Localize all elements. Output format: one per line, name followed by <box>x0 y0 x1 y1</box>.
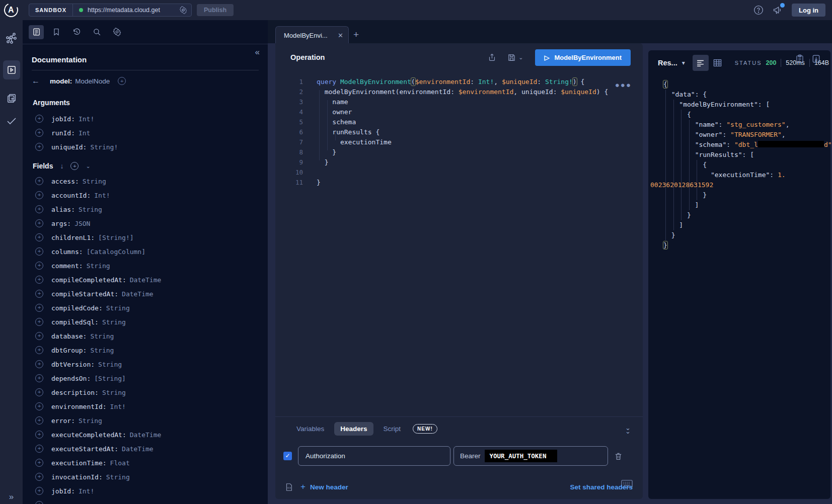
collapse-bottom-panel-icon[interactable]: ⌄⌄ <box>625 426 631 433</box>
download-response-icon[interactable] <box>812 54 820 63</box>
field-name[interactable]: compiledSql: <box>51 318 99 326</box>
response-json[interactable]: { "data": { "modelByEnvironment": [ { "n… <box>648 78 830 431</box>
field-type[interactable]: DateTime <box>122 445 154 453</box>
field-type[interactable]: String <box>102 389 126 396</box>
add-to-query-icon[interactable]: + <box>35 191 43 199</box>
field-name[interactable]: comment: <box>51 262 83 270</box>
field-type[interactable]: String! <box>90 143 118 151</box>
field-type[interactable]: String <box>98 361 122 368</box>
header-key-input[interactable]: Authorization <box>298 446 450 466</box>
field-name[interactable]: columns: <box>51 248 83 256</box>
field-type[interactable]: [String!] <box>98 234 133 241</box>
field-name[interactable]: jobId: <box>51 115 75 123</box>
field-name[interactable]: executeCompletedAt: <box>51 431 126 439</box>
bookmarks-icon[interactable] <box>49 25 64 39</box>
add-to-query-icon[interactable]: + <box>35 360 43 368</box>
add-to-query-icon[interactable]: + <box>35 501 43 504</box>
help-icon[interactable] <box>753 5 764 15</box>
field-name[interactable]: invocationId: <box>51 473 103 481</box>
share-icon[interactable] <box>488 53 496 62</box>
add-to-query-icon[interactable]: + <box>35 346 43 354</box>
add-to-query-icon[interactable]: + <box>35 473 43 481</box>
add-field-icon[interactable]: + <box>118 77 126 85</box>
field-type[interactable]: DateTime <box>122 290 154 298</box>
back-arrow-icon[interactable]: ← <box>32 76 50 86</box>
publish-button[interactable]: Publish <box>197 4 234 16</box>
field-type[interactable]: String <box>106 473 130 481</box>
add-to-query-icon[interactable]: + <box>35 205 43 213</box>
login-button[interactable]: Log in <box>792 4 825 17</box>
field-name[interactable]: dbtGroup: <box>51 347 87 354</box>
field-type[interactable]: String <box>87 262 110 270</box>
sort-fields-icon[interactable]: ↓ <box>60 162 63 170</box>
add-to-query-icon[interactable]: + <box>35 431 43 439</box>
endpoint-url-input[interactable]: https://metadata.cloud.get <box>88 7 178 14</box>
field-name[interactable]: environmentId: <box>51 403 107 410</box>
tab-variables[interactable]: Variables <box>290 422 330 436</box>
field-type[interactable]: Int <box>79 129 90 137</box>
search-icon[interactable] <box>89 25 104 39</box>
field-type[interactable]: Int! <box>94 192 110 199</box>
field-name[interactable]: accountId: <box>51 192 91 199</box>
add-to-query-icon[interactable]: + <box>35 402 43 410</box>
add-to-query-icon[interactable]: + <box>35 129 43 137</box>
field-type[interactable]: String <box>79 417 102 425</box>
header-file-icon[interactable] <box>284 482 293 492</box>
field-type[interactable]: DateTime <box>130 276 162 284</box>
field-type[interactable]: [String] <box>94 375 126 382</box>
add-to-query-icon[interactable]: + <box>35 304 43 312</box>
expand-rail-icon[interactable]: » <box>0 492 23 502</box>
field-type[interactable]: Int! <box>110 403 126 410</box>
field-type[interactable]: [CatalogColumn] <box>87 248 145 256</box>
header-enabled-checkbox[interactable]: ✓ <box>283 452 292 460</box>
field-name[interactable]: dbtVersion: <box>51 361 95 368</box>
add-to-query-icon[interactable]: + <box>35 276 43 284</box>
auth-token-value[interactable]: YOUR_AUTH_TOKEN <box>485 450 558 462</box>
add-all-fields-icon[interactable]: + <box>70 162 79 170</box>
collapse-panel-icon[interactable]: « <box>255 47 260 57</box>
field-name[interactable]: access: <box>51 178 79 185</box>
tab-headers[interactable]: Headers <box>334 422 373 436</box>
field-type[interactable]: JSON <box>74 220 90 227</box>
field-name[interactable]: childrenL1: <box>51 234 95 241</box>
schema-icon[interactable] <box>0 28 23 48</box>
operation-collections-icon[interactable] <box>0 88 23 108</box>
save-options-chevron-icon[interactable]: ⌄ <box>518 54 523 61</box>
new-header-button[interactable]: + New header <box>300 482 348 492</box>
field-name[interactable]: compileStartedAt: <box>51 290 118 298</box>
field-name[interactable]: alias: <box>51 206 75 213</box>
field-name[interactable]: runId: <box>51 129 75 137</box>
copy-response-icon[interactable] <box>796 54 804 63</box>
add-to-query-icon[interactable]: + <box>35 233 43 241</box>
apollo-logo-icon[interactable]: A <box>2 1 20 19</box>
history-icon[interactable] <box>69 25 84 39</box>
operation-editor[interactable]: 1query ModelByEnvironment($environmentId… <box>275 75 643 409</box>
field-type[interactable]: String <box>106 304 130 312</box>
explorer-item[interactable] <box>0 60 23 79</box>
header-value-input[interactable]: Bearer YOUR_AUTH_TOKEN <box>453 446 608 466</box>
add-to-query-icon[interactable]: + <box>35 290 43 298</box>
add-to-query-icon[interactable]: + <box>35 374 43 382</box>
checks-icon[interactable] <box>0 111 23 131</box>
documentation-tab-icon[interactable] <box>29 25 44 39</box>
add-to-query-icon[interactable]: + <box>35 219 43 227</box>
raw-view-icon[interactable] <box>693 55 709 71</box>
field-name[interactable]: error: <box>51 417 75 425</box>
add-to-query-icon[interactable]: + <box>35 262 43 270</box>
close-tab-icon[interactable]: ✕ <box>338 32 343 39</box>
endpoint-settings-gear-icon[interactable] <box>179 6 187 14</box>
field-name[interactable]: description: <box>51 389 99 396</box>
add-to-query-icon[interactable]: + <box>35 388 43 396</box>
field-type[interactable]: Int! <box>79 115 94 123</box>
field-name[interactable]: executionTime: <box>51 459 107 467</box>
field-name[interactable]: compiledCode: <box>51 304 103 312</box>
response-dropdown-chevron-icon[interactable]: ▾ <box>682 59 685 66</box>
add-to-query-icon[interactable]: + <box>35 247 43 256</box>
field-name[interactable]: database: <box>51 332 87 340</box>
field-name[interactable]: jobId: <box>51 487 75 495</box>
new-tab-icon[interactable]: + <box>353 29 359 40</box>
add-to-query-icon[interactable]: + <box>35 177 43 185</box>
save-icon[interactable]: ⌄ <box>507 53 523 62</box>
field-type[interactable]: Int! <box>79 487 94 495</box>
field-type[interactable]: String <box>102 318 126 326</box>
